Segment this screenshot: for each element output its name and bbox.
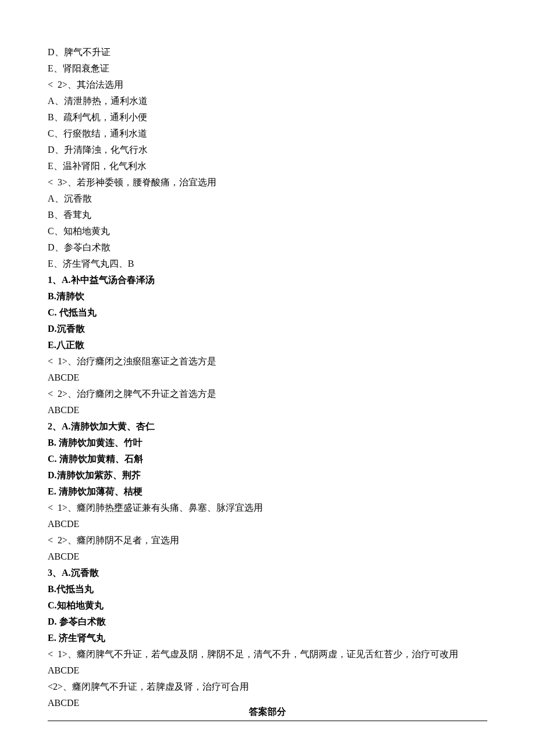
sub-question-3: < 3>、若形神委顿，腰脊酸痛，治宜选用 <box>48 174 487 191</box>
document-page: D、脾气不升证 E、肾阳衰惫证 < 2>、其治法选用 A、清泄肺热，通利水道 B… <box>0 0 535 756</box>
q2-option-a: 2、A.清肺饮加大黄、杏仁 <box>48 418 487 435</box>
q2-option-e: E. 清肺饮加薄荷、桔梗 <box>48 483 487 500</box>
q3-option-b: B.代抵当丸 <box>48 581 487 597</box>
q1-option-d: D.沉香散 <box>48 321 487 337</box>
q2-sub-2: < 2>、癃闭肺阴不足者，宜选用 <box>48 532 487 549</box>
answer-section-title: 答案部分 <box>248 704 287 720</box>
option-e: E、济生肾气丸四、B <box>48 256 487 272</box>
option-a: A、沉香散 <box>48 191 487 207</box>
q3-sub-2: <2>、癃闭脾气不升证，若脾虚及肾，治疗可合用 <box>48 679 487 695</box>
q1-sub-1: < 1>、治疗癃闭之浊瘀阻塞证之首选方是 <box>48 353 487 370</box>
q1-sub-1-choices: ABCDE <box>48 370 487 386</box>
q1-option-c: C. 代抵当丸 <box>48 304 487 321</box>
q3-option-d: D. 参苓白术散 <box>48 614 487 630</box>
sub-question-2: < 2>、其治法选用 <box>48 77 487 93</box>
option-a: A、清泄肺热，通利水道 <box>48 93 487 109</box>
q1-sub-2-choices: ABCDE <box>48 402 487 418</box>
q2-sub-1-choices: ABCDE <box>48 516 487 532</box>
q3-option-c: C.知柏地黄丸 <box>48 597 487 614</box>
option-c: C、知柏地黄丸 <box>48 223 487 239</box>
q2-option-b: B. 清肺饮加黄连、竹叶 <box>48 435 487 451</box>
option-d: D、参苓白术散 <box>48 239 487 256</box>
q3-option-a: 3、A.沉香散 <box>48 565 487 581</box>
q3-option-e: E. 济生肾气丸 <box>48 630 487 646</box>
q1-option-b: B.清肺饮 <box>48 288 487 304</box>
q2-sub-2-choices: ABCDE <box>48 549 487 565</box>
option-c: C、行瘀散结，通利水道 <box>48 126 487 142</box>
q2-sub-1: < 1>、癃闭肺热壅盛证兼有头痛、鼻塞、脉浮宜选用 <box>48 500 487 516</box>
option-e: E、肾阳衰惫证 <box>48 60 487 77</box>
option-d: D、升清降浊，化气行水 <box>48 142 487 158</box>
q1-option-a: 1、A.补中益气汤合春泽汤 <box>48 272 487 288</box>
option-d: D、脾气不升证 <box>48 44 487 60</box>
option-b: B、疏利气机，通利小便 <box>48 109 487 126</box>
answer-section-divider: 答案部分 <box>48 721 487 737</box>
q2-option-c: C. 清肺饮加黄精、石斛 <box>48 451 487 467</box>
q1-sub-2: < 2>、治疗癃闭之脾气不升证之首选方是 <box>48 386 487 402</box>
q2-option-d: D.清肺饮加紫苏、荆芥 <box>48 467 487 483</box>
q1-option-e: E.八正散 <box>48 337 487 353</box>
q3-sub-1: < 1>、癃闭脾气不升证，若气虚及阴，脾阴不足，清气不升，气阴两虚，证见舌红苔少… <box>48 646 487 679</box>
option-e: E、温补肾阳，化气利水 <box>48 158 487 174</box>
option-b: B、香茸丸 <box>48 207 487 223</box>
